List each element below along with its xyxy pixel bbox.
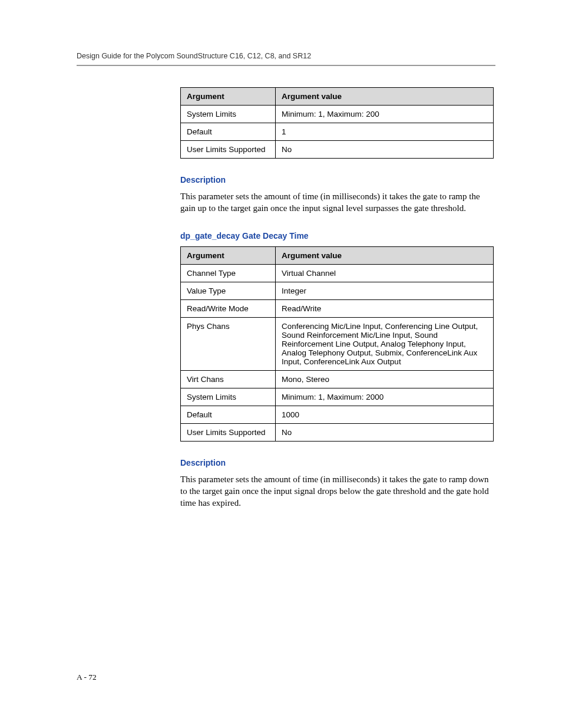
table-row: User Limits Supported No xyxy=(181,423,494,441)
cell-argument: System Limits xyxy=(181,106,276,123)
table-row: User Limits Supported No xyxy=(181,141,494,159)
cell-value: Read/Write xyxy=(276,299,494,317)
col-argument-value: Argument value xyxy=(276,88,494,106)
cell-value: Conferencing Mic/Line Input, Conferencin… xyxy=(276,317,494,370)
cell-value: No xyxy=(276,423,494,441)
cell-argument: Phys Chans xyxy=(181,317,276,370)
param-table-1: Argument Argument value System Limits Mi… xyxy=(180,87,494,159)
page: Design Guide for the Polycom SoundStruct… xyxy=(0,0,562,728)
cell-argument: Channel Type xyxy=(181,264,276,282)
table-row: Default 1 xyxy=(181,123,494,141)
table-row: Default 1000 xyxy=(181,406,494,423)
cell-argument: Virt Chans xyxy=(181,370,276,388)
table-row: Value Type Integer xyxy=(181,282,494,299)
cell-value: Minimum: 1, Maximum: 2000 xyxy=(276,388,494,406)
table-header-row: Argument Argument value xyxy=(181,88,494,106)
cell-value: No xyxy=(276,141,494,159)
running-header: Design Guide for the Polycom SoundStruct… xyxy=(77,52,495,60)
cell-value: Minimum: 1, Maximum: 200 xyxy=(276,106,494,123)
table-row: Virt Chans Mono, Stereo xyxy=(181,370,494,388)
description-heading: Description xyxy=(180,458,494,467)
cell-argument: User Limits Supported xyxy=(181,423,276,441)
cell-argument: System Limits xyxy=(181,388,276,406)
page-number: A - 72 xyxy=(77,673,97,682)
cell-argument: User Limits Supported xyxy=(181,141,276,159)
col-argument-value: Argument value xyxy=(276,246,494,264)
table-row: Channel Type Virtual Channel xyxy=(181,264,494,282)
param-table-2: Argument Argument value Channel Type Vir… xyxy=(180,246,494,442)
col-argument: Argument xyxy=(181,246,276,264)
description-text: This parameter sets the amount of time (… xyxy=(180,473,494,509)
cell-value: Mono, Stereo xyxy=(276,370,494,388)
table-row: System Limits Minimum: 1, Maximum: 200 xyxy=(181,106,494,123)
table-header-row: Argument Argument value xyxy=(181,246,494,264)
cell-argument: Value Type xyxy=(181,282,276,299)
description-heading: Description xyxy=(180,175,494,185)
cell-argument: Default xyxy=(181,123,276,141)
parameter-heading: dp_gate_decay Gate Decay Time xyxy=(180,231,494,241)
cell-value: Integer xyxy=(276,282,494,299)
header-rule xyxy=(77,65,495,66)
content-column: Argument Argument value System Limits Mi… xyxy=(180,87,494,509)
table-row: Phys Chans Conferencing Mic/Line Input, … xyxy=(181,317,494,370)
cell-value: Virtual Channel xyxy=(276,264,494,282)
cell-argument: Default xyxy=(181,406,276,423)
col-argument: Argument xyxy=(181,88,276,106)
cell-value: 1 xyxy=(276,123,494,141)
description-text: This parameter sets the amount of time (… xyxy=(180,190,494,215)
cell-value: 1000 xyxy=(276,406,494,423)
cell-argument: Read/Write Mode xyxy=(181,299,276,317)
table-row: System Limits Minimum: 1, Maximum: 2000 xyxy=(181,388,494,406)
table-row: Read/Write Mode Read/Write xyxy=(181,299,494,317)
